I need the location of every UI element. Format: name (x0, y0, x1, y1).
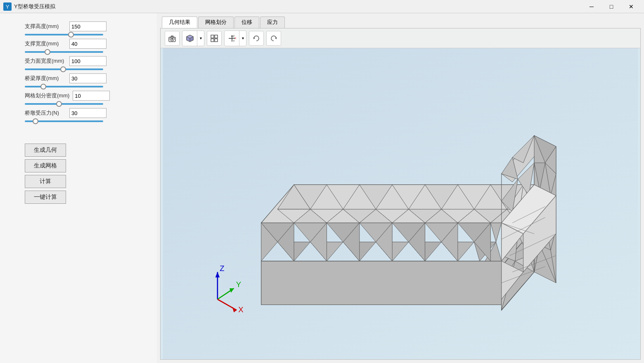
cube-tool-group[interactable]: ▾ (182, 31, 204, 46)
cube-button[interactable] (182, 31, 197, 46)
app-icon: Y (3, 2, 12, 11)
param-label-1: 支撑宽度(mm) (25, 40, 66, 47)
cube-icon (185, 34, 194, 43)
param-label-row-5: 桥墩受压力(N) (25, 108, 149, 118)
axis-tool-group[interactable]: Z Y X ▾ (224, 31, 246, 46)
svg-text:Z: Z (220, 264, 224, 273)
params-container: 支撑高度(mm)支撑宽度(mm)受力面宽度(mm)桥梁厚度(mm)网格划分密度(… (25, 21, 149, 125)
axis-button[interactable]: Z Y X (225, 31, 239, 46)
slider-track-3[interactable] (25, 86, 103, 87)
param-input-1[interactable] (69, 39, 107, 49)
param-row-5: 桥墩受压力(N) (25, 108, 149, 122)
svg-text:X: X (234, 37, 237, 40)
one-click-calculate-button[interactable]: 一键计算 (25, 191, 66, 204)
generate-geometry-button[interactable]: 生成几何 (25, 144, 66, 157)
axis-dropdown-arrow[interactable]: ▾ (239, 31, 246, 46)
slider-thumb-5[interactable] (33, 118, 38, 124)
param-input-3[interactable] (69, 73, 107, 83)
calculate-button[interactable]: 计算 (25, 175, 66, 188)
axis-icon: Z Y X (227, 34, 237, 43)
param-row-1: 支撑宽度(mm) (25, 39, 149, 53)
slider-thumb-4[interactable] (56, 101, 62, 107)
rotate-right-icon (269, 34, 278, 43)
slider-thumb-0[interactable] (68, 32, 74, 38)
svg-point-4 (171, 38, 173, 40)
param-label-row-2: 受力面宽度(mm) (25, 56, 149, 66)
param-row-3: 桥梁厚度(mm) (25, 73, 149, 87)
window-controls: ─ □ ✕ (582, 0, 641, 13)
left-panel: 支撑高度(mm)支撑宽度(mm)受力面宽度(mm)桥梁厚度(mm)网格划分密度(… (0, 13, 157, 363)
tab-stress[interactable]: 应力 (260, 16, 285, 28)
slider-track-4[interactable] (25, 103, 103, 105)
svg-text:Y: Y (236, 280, 241, 289)
tab-geometry[interactable]: 几何结果 (162, 16, 197, 28)
slider-thumb-1[interactable] (45, 49, 50, 55)
param-row-0: 支撑高度(mm) (25, 21, 149, 35)
param-label-0: 支撑高度(mm) (25, 23, 66, 30)
param-input-4[interactable] (73, 91, 110, 101)
param-label-row-4: 网格划分密度(mm) (25, 91, 149, 101)
minimize-button[interactable]: ─ (582, 0, 601, 13)
svg-text:Y: Y (233, 40, 235, 42)
svg-marker-25 (261, 261, 502, 305)
param-input-2[interactable] (69, 56, 107, 66)
viewport-canvas: Z Y X (161, 48, 640, 359)
main-layout: 支撑高度(mm)支撑宽度(mm)受力面宽度(mm)桥梁厚度(mm)网格划分密度(… (0, 13, 644, 363)
slider-track-2[interactable] (25, 68, 103, 70)
param-label-row-1: 支撑宽度(mm) (25, 39, 149, 49)
param-row-2: 受力面宽度(mm) (25, 56, 149, 70)
slider-track-1[interactable] (25, 51, 103, 53)
camera-icon (168, 34, 177, 43)
title-bar: Y Y型桥墩受压模拟 ─ □ ✕ (0, 0, 644, 13)
mesh-svg: Z Y X (161, 48, 640, 359)
rotate-left-button[interactable] (249, 31, 264, 46)
slider-thumb-3[interactable] (40, 84, 46, 90)
tab-displacement[interactable]: 位移 (234, 16, 259, 28)
svg-rect-13 (215, 35, 218, 38)
right-panel: 几何结果 网格划分 位移 应力 (157, 13, 644, 363)
param-input-0[interactable] (69, 21, 107, 31)
close-button[interactable]: ✕ (622, 0, 641, 13)
param-input-5[interactable] (69, 108, 107, 118)
fit-icon (210, 34, 219, 43)
svg-text:X: X (238, 305, 243, 314)
param-label-5: 桥墩受压力(N) (25, 109, 66, 117)
param-label-4: 网格划分密度(mm) (25, 92, 69, 99)
generate-mesh-button[interactable]: 生成网格 (25, 159, 66, 172)
slider-track-0[interactable] (25, 34, 103, 35)
camera-button[interactable] (165, 31, 180, 46)
param-row-4: 网格划分密度(mm) (25, 91, 149, 105)
param-label-2: 受力面宽度(mm) (25, 57, 66, 65)
viewport-toolbar: ▾ Z Y (161, 28, 640, 48)
svg-rect-15 (215, 39, 218, 42)
cube-dropdown-arrow[interactable]: ▾ (197, 31, 204, 46)
fit-button[interactable] (207, 31, 222, 46)
param-label-row-3: 桥梁厚度(mm) (25, 73, 149, 83)
tab-mesh[interactable]: 网格划分 (198, 16, 234, 28)
svg-rect-12 (211, 35, 214, 38)
svg-text:Y: Y (6, 4, 9, 10)
tab-bar: 几何结果 网格划分 位移 应力 (159, 15, 642, 28)
slider-thumb-2[interactable] (60, 66, 66, 72)
buttons-section: 生成几何 生成网格 计算 一键计算 (25, 144, 149, 204)
app-title: Y型桥墩受压模拟 (14, 3, 55, 10)
param-label-3: 桥梁厚度(mm) (25, 75, 66, 82)
viewport-container: ▾ Z Y (160, 28, 641, 360)
param-label-row-0: 支撑高度(mm) (25, 21, 149, 31)
maximize-button[interactable]: □ (602, 0, 621, 13)
rotate-left-icon (252, 34, 261, 43)
svg-rect-14 (211, 39, 214, 42)
rotate-right-button[interactable] (266, 31, 281, 46)
slider-track-5[interactable] (25, 120, 103, 122)
